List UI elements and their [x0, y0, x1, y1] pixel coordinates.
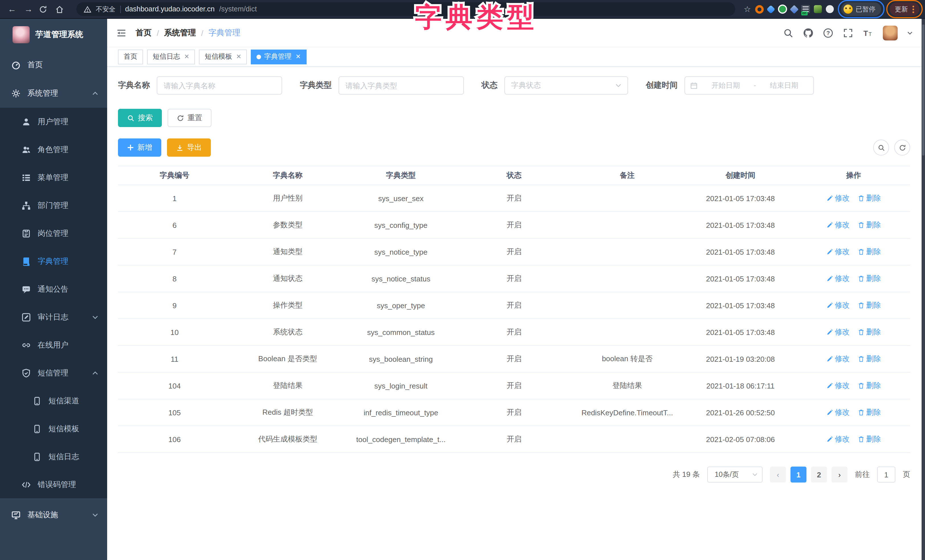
scrollbar-thumb[interactable]	[922, 24, 924, 155]
header-search-icon[interactable]	[783, 28, 793, 38]
refresh-button[interactable]	[894, 140, 910, 155]
table-row[interactable]: 11Boolean 是否类型sys_boolean_string开启boolea…	[118, 346, 910, 372]
extension-icon-5[interactable]: on	[801, 5, 810, 13]
delete-link[interactable]: 删除	[857, 354, 881, 364]
sidebar-item-audit-log[interactable]: 审计日志	[0, 303, 107, 331]
sidebar-item-home[interactable]: 首页	[0, 51, 107, 79]
browser-update-button[interactable]: 更新	[890, 2, 919, 16]
delete-link[interactable]: 删除	[857, 434, 881, 444]
table-row[interactable]: 9操作类型sys_oper_type开启2021-01-05 17:03:48修…	[118, 292, 910, 319]
next-page-button[interactable]: ›	[832, 467, 848, 483]
edit-link[interactable]: 修改	[826, 220, 850, 230]
date-range-picker[interactable]: 开始日期 - 结束日期	[684, 76, 814, 95]
search-button[interactable]: 搜索	[118, 109, 162, 127]
cell-type-link[interactable]: sys_user_sex	[344, 185, 457, 212]
cell-type-link[interactable]: sys_config_type	[344, 212, 457, 238]
dict-name-input[interactable]	[157, 76, 282, 95]
sidebar-item-sms-template[interactable]: 短信模板	[0, 415, 107, 443]
dict-type-input[interactable]	[339, 76, 464, 95]
fullscreen-icon[interactable]	[843, 28, 853, 38]
goto-page-input[interactable]	[877, 467, 895, 483]
github-icon[interactable]	[803, 28, 813, 38]
sidebar-item-error-codes[interactable]: 错误码管理	[0, 471, 107, 498]
edit-link[interactable]: 修改	[826, 300, 850, 310]
sidebar-item-infrastructure[interactable]: 基础设施	[0, 499, 107, 531]
extension-icon-3[interactable]	[778, 5, 787, 14]
cell-type-link[interactable]: sys_notice_type	[344, 238, 457, 265]
delete-link[interactable]: 删除	[857, 381, 881, 391]
close-icon[interactable]: ✕	[295, 53, 301, 60]
sidebar-item-depts[interactable]: 部门管理	[0, 191, 107, 219]
table-row[interactable]: 106代码生成模板类型tool_codegen_template_t...开启2…	[118, 426, 910, 453]
table-row[interactable]: 104登陆结果sys_login_result开启登陆结果2021-01-18 …	[118, 372, 910, 399]
reset-button[interactable]: 重置	[167, 109, 211, 127]
delete-link[interactable]: 删除	[857, 327, 881, 337]
add-button[interactable]: 新增	[118, 138, 161, 157]
tag-dict-active[interactable]: 字典管理 ✕	[251, 49, 306, 64]
delete-link[interactable]: 删除	[857, 407, 881, 418]
help-icon[interactable]: ?	[823, 28, 833, 38]
cell-type-link[interactable]: sys_notice_status	[344, 265, 457, 292]
sidebar-item-menus[interactable]: 菜单管理	[0, 164, 107, 191]
delete-link[interactable]: 删除	[857, 220, 881, 230]
extension-icon-6[interactable]	[814, 5, 821, 13]
tag-sms-template[interactable]: 短信模板 ✕	[199, 49, 247, 64]
cell-type-link[interactable]: sys_oper_type	[344, 292, 457, 319]
address-bar[interactable]: 不安全 dashboard.yudao.iocoder.cn/system/di…	[76, 2, 735, 16]
font-size-icon[interactable]: TT	[863, 28, 873, 38]
edit-link[interactable]: 修改	[826, 354, 850, 364]
close-icon[interactable]: ✕	[184, 53, 189, 60]
status-select[interactable]: 字典状态	[505, 76, 628, 95]
edit-link[interactable]: 修改	[826, 193, 850, 203]
cell-type-link[interactable]: inf_redis_timeout_type	[344, 399, 457, 426]
table-row[interactable]: 105Redis 超时类型inf_redis_timeout_type开启Red…	[118, 399, 910, 426]
table-row[interactable]: 1用户性别sys_user_sex开启2021-01-05 17:03:48修改…	[118, 185, 910, 212]
browser-back-icon[interactable]: ←	[6, 3, 18, 15]
browser-reload-icon[interactable]	[39, 5, 51, 14]
sidebar-item-online-users[interactable]: 在线用户	[0, 331, 107, 359]
window-scrollbar[interactable]	[922, 19, 925, 560]
breadcrumb-home[interactable]: 首页	[136, 28, 152, 38]
edit-link[interactable]: 修改	[826, 327, 850, 337]
table-row[interactable]: 6参数类型sys_config_type开启2021-01-05 17:03:4…	[118, 212, 910, 238]
extension-icon-4[interactable]	[789, 5, 798, 14]
edit-link[interactable]: 修改	[826, 434, 850, 444]
user-avatar[interactable]	[883, 26, 898, 40]
close-icon[interactable]: ✕	[236, 53, 241, 60]
cell-type-link[interactable]: sys_login_result	[344, 372, 457, 399]
app-logo-row[interactable]: 芋道管理系统	[0, 19, 107, 51]
page-button-1[interactable]: 1	[791, 467, 806, 483]
edit-link[interactable]: 修改	[826, 247, 850, 257]
sidebar-item-roles[interactable]: 角色管理	[0, 135, 107, 164]
delete-link[interactable]: 删除	[857, 247, 881, 257]
sidebar-item-notice[interactable]: 通知公告	[0, 275, 107, 303]
delete-link[interactable]: 删除	[857, 274, 881, 284]
sidebar-item-dict[interactable]: 字典管理	[0, 247, 107, 275]
page-button-2[interactable]: 2	[811, 467, 827, 483]
cell-type-link[interactable]: tool_codegen_template_t...	[344, 426, 457, 453]
cell-type-link[interactable]: sys_boolean_string	[344, 346, 457, 372]
page-size-select[interactable]: 10条/页	[707, 467, 762, 483]
edit-link[interactable]: 修改	[826, 274, 850, 284]
tag-home[interactable]: 首页	[118, 49, 143, 64]
sidebar-collapse-icon[interactable]	[116, 28, 127, 37]
bookmark-star-icon[interactable]: ☆	[744, 5, 751, 14]
extension-icon-2[interactable]	[766, 5, 775, 14]
cell-type-link[interactable]: sys_common_status	[344, 319, 457, 346]
table-row[interactable]: 7通知类型sys_notice_type开启2021-01-05 17:03:4…	[118, 238, 910, 265]
avatar-caret-icon[interactable]	[907, 31, 913, 35]
sidebar-item-sms-log[interactable]: 短信日志	[0, 443, 107, 471]
export-button[interactable]: 导出	[167, 138, 211, 157]
table-row[interactable]: 8通知状态sys_notice_status开启2021-01-05 17:03…	[118, 265, 910, 292]
browser-home-icon[interactable]	[55, 5, 68, 14]
tag-sms-log[interactable]: 短信日志 ✕	[147, 49, 195, 64]
delete-link[interactable]: 删除	[857, 300, 881, 310]
edit-link[interactable]: 修改	[826, 407, 850, 418]
sidebar-item-system[interactable]: 系统管理	[0, 79, 107, 108]
table-row[interactable]: 10系统状态sys_common_status开启2021-01-05 17:0…	[118, 319, 910, 346]
extension-icon-1[interactable]	[755, 5, 764, 14]
delete-link[interactable]: 删除	[857, 193, 881, 203]
browser-menu-icon[interactable]	[913, 5, 914, 13]
sidebar-item-sms[interactable]: 短信管理	[0, 359, 107, 387]
breadcrumb-system[interactable]: 系统管理	[164, 28, 196, 38]
